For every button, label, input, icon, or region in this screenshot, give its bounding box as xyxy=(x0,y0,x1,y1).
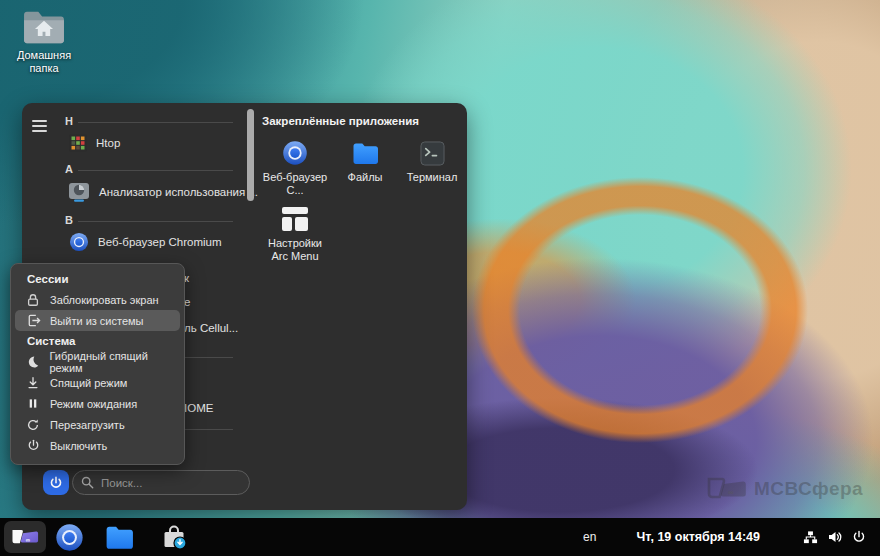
desktop-icon-home-folder[interactable]: Домашняя папка xyxy=(8,8,80,75)
app-item-obscured[interactable]: IOME xyxy=(184,402,213,414)
pinned-app-label: Веб-браузер C... xyxy=(260,171,330,197)
section-divider xyxy=(78,221,233,222)
app-item-label: Htop xyxy=(96,137,120,149)
home-folder-icon xyxy=(21,8,67,46)
app-item-chromium[interactable]: Веб-браузер Chromium xyxy=(69,232,222,252)
pinned-app-label: Файлы xyxy=(348,171,383,184)
app-item-obscured[interactable]: ль Cellul... xyxy=(184,322,238,334)
search-input[interactable] xyxy=(72,470,250,495)
section-letter: H xyxy=(65,115,73,127)
submenu-header-system: Система xyxy=(11,331,184,351)
language-indicator[interactable]: en xyxy=(583,530,596,544)
pinned-app-label: Терминал xyxy=(407,171,458,184)
svg-text:∞: ∞ xyxy=(728,488,734,497)
power-options-button[interactable] xyxy=(43,470,69,495)
terminal-icon xyxy=(420,141,445,166)
logout-icon xyxy=(25,313,41,328)
menu-item-logout[interactable]: Выйти из системы xyxy=(15,310,180,331)
power-icon xyxy=(25,439,41,452)
menu-item-label: Заблокировать экран xyxy=(50,294,159,306)
desktop-icon-label: Домашняя папка xyxy=(8,49,80,75)
files-folder-icon xyxy=(352,142,379,164)
app-list-scrollbar[interactable] xyxy=(247,109,254,201)
chromium-icon xyxy=(282,140,308,166)
svg-text:∞: ∞ xyxy=(26,536,31,543)
hamburger-menu-button[interactable] xyxy=(32,117,52,135)
pinned-app-terminal[interactable]: Терминал xyxy=(397,139,467,184)
menu-item-restart[interactable]: Перезагрузить xyxy=(15,414,180,435)
watermark-text: МСВСфера xyxy=(754,478,863,500)
menu-item-label: Гибридный спящий режим xyxy=(50,350,181,374)
taskbar-files-button[interactable] xyxy=(105,525,134,549)
section-letter: B xyxy=(65,214,73,226)
restart-icon xyxy=(25,418,41,432)
power-icon xyxy=(49,476,63,490)
search-field xyxy=(72,470,250,495)
files-folder-icon xyxy=(105,525,134,549)
pause-icon xyxy=(25,397,41,410)
pinned-app-label: Настройки Arc Menu xyxy=(260,237,330,263)
taskbar-chromium-button[interactable] xyxy=(55,523,84,552)
desktop: Домашняя папка ∞ МСВСфера H Htop A xyxy=(0,0,880,556)
menu-item-suspend[interactable]: Спящий режим xyxy=(15,372,180,393)
menu-item-label: Режим ожидания xyxy=(50,398,137,410)
software-center-icon xyxy=(160,523,188,551)
section-letter: A xyxy=(65,163,73,175)
section-divider xyxy=(78,122,233,123)
menu-item-label: Перезагрузить xyxy=(50,419,125,431)
msvsphere-logo-icon: ∞ xyxy=(704,474,750,504)
disk-analyzer-icon xyxy=(68,182,90,202)
volume-icon[interactable] xyxy=(827,529,843,545)
app-item-label: Анализатор использования ... xyxy=(99,186,258,198)
menu-item-shutdown[interactable]: Выключить xyxy=(15,435,180,456)
arc-menu-taskbar-button[interactable]: ∞ xyxy=(4,521,46,553)
menu-item-lock-screen[interactable]: Заблокировать экран xyxy=(15,289,180,310)
chromium-icon xyxy=(69,232,89,252)
suspend-icon xyxy=(25,376,41,390)
power-icon[interactable] xyxy=(852,530,866,544)
clock[interactable]: Чт, 19 октября 14:49 xyxy=(636,530,760,544)
pinned-app-files[interactable]: Файлы xyxy=(330,139,400,184)
pinned-app-arcmenu-settings[interactable]: Настройки Arc Menu xyxy=(260,205,330,263)
htop-icon xyxy=(69,134,87,152)
taskbar: ∞ en Чт, 19 октября 14:49 xyxy=(0,518,880,556)
menu-item-hybrid-sleep[interactable]: Гибридный спящий режим xyxy=(15,351,180,372)
session-submenu: Сессии Заблокировать экран Выйти из сист… xyxy=(10,263,185,465)
menu-item-standby[interactable]: Режим ожидания xyxy=(15,393,180,414)
pinned-apps-header: Закреплённые приложения xyxy=(262,115,419,127)
watermark: ∞ МСВСфера xyxy=(704,474,863,504)
taskbar-software-center-button[interactable] xyxy=(160,523,188,551)
moon-icon xyxy=(25,355,41,369)
menu-item-label: Выключить xyxy=(50,440,107,452)
submenu-header-sessions: Сессии xyxy=(11,269,184,289)
menu-item-label: Выйти из системы xyxy=(50,315,144,327)
msvsphere-logo-icon: ∞ xyxy=(9,525,41,549)
network-icon[interactable] xyxy=(803,530,818,545)
pinned-app-chromium[interactable]: Веб-браузер C... xyxy=(260,139,330,197)
app-item-label: Веб-браузер Chromium xyxy=(98,236,222,248)
chromium-icon xyxy=(55,523,84,552)
taskbar-status-area: en Чт, 19 октября 14:49 xyxy=(583,529,880,545)
app-item-disk-analyzer[interactable]: Анализатор использования ... xyxy=(68,182,258,202)
arc-menu-settings-icon xyxy=(282,207,308,231)
section-divider xyxy=(78,170,233,171)
menu-item-label: Спящий режим xyxy=(50,377,127,389)
lock-icon xyxy=(25,293,41,307)
app-item-htop[interactable]: Htop xyxy=(69,134,120,152)
